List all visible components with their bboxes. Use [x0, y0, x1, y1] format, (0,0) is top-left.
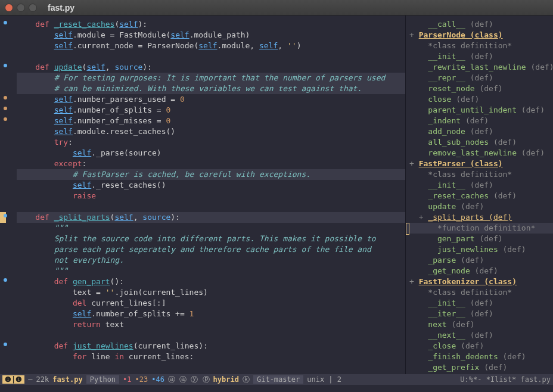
code-line[interactable]: self.number_of_splits = 0 [17, 105, 405, 116]
code-line[interactable]: """ [17, 223, 405, 234]
code-line[interactable]: def _reset_caches(self): [17, 19, 405, 30]
outline-item[interactable]: *function definition* [406, 223, 553, 234]
code-line[interactable]: # For testing purposes: It is important … [17, 73, 405, 83]
status-flags: ⓐ ⓐ ⓨ ⓟ [168, 375, 210, 385]
outline-item[interactable]: *class definition* [406, 169, 553, 180]
status-err-blue[interactable]: •46 [151, 375, 164, 384]
gutter [0, 15, 13, 374]
code-line[interactable]: def gen_part(): [17, 276, 405, 287]
outline-item[interactable]: + _split_parts (def) [406, 212, 553, 223]
code-line[interactable]: self.number_parsers_used = 0 [17, 94, 405, 105]
outline-item[interactable]: + FastTokenizer (class) [406, 276, 553, 287]
code-line[interactable]: raise [17, 191, 405, 201]
outline-item[interactable]: gen_part (def) [406, 234, 553, 244]
outline-item[interactable]: + ParserNode (class) [406, 30, 553, 41]
status-enc: unix | 2 [307, 375, 341, 384]
fold-marker-icon[interactable] [4, 21, 7, 24]
code-line[interactable]: # FastParser is cached, be careful with … [17, 169, 405, 180]
code-pane[interactable]: def _reset_caches(self): self.module = F… [0, 15, 405, 374]
outline-item[interactable]: parent_until_indent (def) [406, 105, 553, 116]
status-size: 22k [36, 375, 49, 384]
close-icon[interactable] [5, 4, 13, 12]
outline-item[interactable]: __call__ (def) [406, 19, 553, 30]
minimize-icon[interactable] [17, 4, 25, 12]
outline-item[interactable]: add_node (def) [406, 126, 553, 137]
editor-area: def _reset_caches(self): self.module = F… [0, 15, 553, 374]
status-circ: ⓚ [243, 375, 250, 385]
code-line[interactable]: return text [17, 319, 405, 330]
outline-item[interactable]: __next__ (def) [406, 330, 553, 341]
outline-item[interactable]: + FastParser (class) [406, 158, 553, 169]
status-err-orange[interactable]: •23 [135, 375, 148, 384]
code-line[interactable]: def update(self, source): [17, 62, 405, 73]
code-line[interactable]: except: [17, 158, 405, 169]
status-hybrid: hybrid [213, 375, 239, 384]
code-line[interactable]: for line in current_lines: [17, 351, 405, 362]
status-dash: — [28, 375, 32, 384]
outline-item[interactable]: _parse (def) [406, 255, 553, 266]
status-git[interactable]: Git-master [253, 375, 303, 384]
outline-item[interactable]: _close (def) [406, 341, 553, 351]
outline-item[interactable]: __iter__ (def) [406, 309, 553, 319]
status-err-red[interactable]: •1 [123, 375, 131, 384]
code-line[interactable]: text = ''.join(current_lines) [17, 287, 405, 298]
outline-item[interactable]: all_sub_nodes (def) [406, 137, 553, 148]
outline-item[interactable]: _reset_caches (def) [406, 191, 553, 201]
code-line[interactable]: Split the source code into different par… [17, 234, 405, 244]
outline-item[interactable]: __init__ (def) [406, 298, 553, 309]
code-line[interactable]: self.number_of_splits += 1 [17, 309, 405, 319]
outline-item[interactable]: __repr__ (def) [406, 73, 553, 83]
code-line[interactable] [17, 201, 405, 212]
code-line[interactable]: self.module = FastModule(self.module_pat… [17, 30, 405, 41]
code-line[interactable]: not everything. [17, 255, 405, 266]
outline-pane[interactable]: __call__ (def)+ ParserNode (class) *clas… [405, 15, 553, 374]
maximize-icon[interactable] [29, 4, 37, 12]
code-line[interactable]: self.number_of_misses = 0 [17, 116, 405, 126]
code-line[interactable]: self.module.reset_caches() [17, 126, 405, 137]
fold-marker-icon[interactable] [4, 214, 7, 217]
fold-marker-icon[interactable] [4, 96, 7, 99]
code-line[interactable]: """ [17, 266, 405, 276]
outline-item[interactable]: _get_prefix (def) [406, 362, 553, 373]
code-line[interactable]: # can be minimized. With these variables… [17, 83, 405, 94]
fold-marker-icon[interactable] [4, 107, 7, 110]
outline-item[interactable]: _finish_dedents (def) [406, 351, 553, 362]
bottom-pad [0, 385, 553, 392]
statusbar: ❶|❶ — 22k fast.py Python •1 •23 •46 ⓐ ⓐ … [0, 374, 553, 385]
fold-marker-icon[interactable] [4, 64, 7, 67]
status-file: fast.py [52, 375, 83, 384]
outline-item[interactable]: _indent (def) [406, 116, 553, 126]
outline-item[interactable]: remove_last_newline (def) [406, 148, 553, 158]
code-line[interactable] [17, 51, 405, 62]
code-line[interactable]: self._reset_caches() [17, 180, 405, 191]
fold-marker-icon[interactable] [4, 343, 7, 346]
outline-item[interactable]: _get_node (def) [406, 266, 553, 276]
outline-item[interactable]: update (def) [406, 201, 553, 212]
status-right: U:%*- *Ilist* fast.py [460, 375, 551, 384]
code-line[interactable]: self.current_node = ParserNode(self.modu… [17, 41, 405, 51]
status-mode[interactable]: Python [86, 375, 119, 384]
code-line[interactable]: def just_newlines(current_lines): [17, 341, 405, 351]
code-line[interactable]: try: [17, 137, 405, 148]
outline-item[interactable]: close (def) [406, 94, 553, 105]
outline-item[interactable]: _rewrite_last_newline (def) [406, 62, 553, 73]
window-title: fast.py [48, 3, 74, 13]
outline-item[interactable]: reset_node (def) [406, 83, 553, 94]
status-warn[interactable]: ❶|❶ [2, 375, 24, 384]
fold-marker-icon[interactable] [4, 278, 7, 282]
outline-item[interactable]: next (def) [406, 319, 553, 330]
outline-item[interactable]: __init__ (def) [406, 180, 553, 191]
code-line[interactable]: del current_lines[:] [17, 298, 405, 309]
outline-item[interactable]: __init__ (def) [406, 51, 553, 62]
outline-item[interactable]: just_newlines (def) [406, 244, 553, 255]
outline-item[interactable]: *class definition* [406, 287, 553, 298]
code-line[interactable]: parse each part seperately and therefore… [17, 244, 405, 255]
code-line[interactable]: def _split_parts(self, source): [17, 212, 405, 223]
titlebar: fast.py [0, 0, 553, 15]
fold-marker-icon[interactable] [4, 117, 7, 121]
outline-item[interactable]: *class definition* [406, 41, 553, 51]
code-line[interactable] [17, 330, 405, 341]
code-line[interactable]: self._parse(source) [17, 148, 405, 158]
